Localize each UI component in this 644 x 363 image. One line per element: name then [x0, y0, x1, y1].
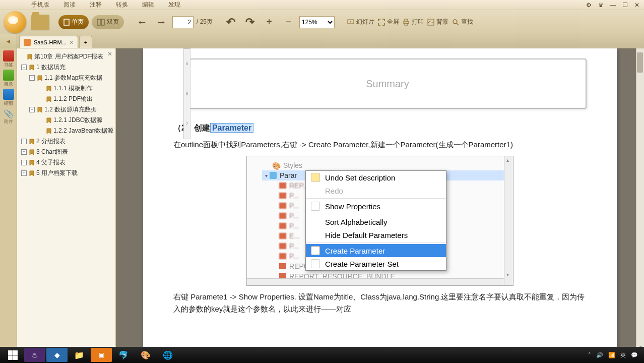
fullscreen-button[interactable]: 全屏: [377, 18, 399, 26]
outline-node[interactable]: −1.1 参数Map填充数据: [18, 73, 114, 83]
ctx-undo[interactable]: Undo Set description: [306, 171, 446, 184]
undo-icon: [311, 173, 320, 182]
sidebar-outline-button[interactable]: 目录: [1, 70, 16, 88]
styles-icon: 🎨: [272, 162, 280, 169]
sidebar-attachments-button[interactable]: 📎附件: [1, 108, 16, 126]
menu-edit[interactable]: 编辑: [142, 1, 154, 9]
maximize-icon[interactable]: ☐: [621, 1, 629, 9]
create-parameter-icon: [311, 246, 320, 255]
outline-node[interactable]: 1.2.1 JDBC数据源: [18, 115, 114, 126]
ctx-show-properties[interactable]: Show Properties: [306, 200, 446, 213]
tray-volume-icon[interactable]: 🔊: [596, 352, 603, 358]
param-icon: [279, 183, 286, 189]
next-page-button[interactable]: →: [153, 14, 169, 30]
document-viewport[interactable]: 567 Summary （2）创建Parameter 在outline面板中找到…: [116, 48, 644, 351]
ctx-create-parameter[interactable]: Create Parameter: [306, 244, 446, 257]
windows-taskbar: ♨ ◆ 📁 ▣ 🐬 🎨 🌐 ˄ 🔊 📶 英 💬: [0, 347, 644, 363]
ctx-hide-default[interactable]: Hide Default Parameters: [306, 228, 446, 241]
pdf-file-icon: [24, 39, 31, 46]
outline-node[interactable]: 1.2.2 JavaBean数据源: [18, 126, 114, 136]
outline-node[interactable]: +3 Chart图表: [18, 147, 114, 157]
close-tab-icon[interactable]: ×: [70, 38, 74, 46]
taskbar-app[interactable]: ◆: [46, 348, 68, 362]
param-icon: [279, 203, 286, 209]
parameter-folder-icon: [270, 172, 277, 179]
ctx-redo: Redo: [306, 184, 446, 197]
tray-notifications-icon[interactable]: 💬: [631, 352, 638, 358]
tab-title: SaaS-HRM...: [34, 39, 67, 45]
svg-point-8: [453, 20, 457, 24]
start-button[interactable]: [2, 348, 23, 362]
tray-expand-icon[interactable]: ˄: [588, 352, 591, 358]
minimize-icon[interactable]: —: [609, 1, 617, 9]
screenshot-scrollbar-v: ▴▾: [504, 156, 513, 285]
scrollbar-thumb[interactable]: [637, 52, 643, 73]
param-icon: [279, 243, 286, 249]
menu-read[interactable]: 阅读: [63, 1, 76, 9]
slideshow-button[interactable]: 幻灯片: [347, 18, 374, 26]
zoom-in-button[interactable]: +: [261, 14, 277, 30]
crown-icon[interactable]: ♛: [597, 1, 605, 9]
outline-node[interactable]: −1 数据填充: [18, 62, 114, 73]
outline-node[interactable]: 1.1.2 PDF输出: [18, 94, 114, 104]
dual-page-label: 双页: [107, 18, 119, 26]
menu-annotate[interactable]: 注释: [90, 1, 102, 9]
tray-network-icon[interactable]: 📶: [608, 352, 615, 358]
outline-node-root[interactable]: 第10章 用户档案PDF报表: [18, 51, 114, 62]
close-icon[interactable]: ✕: [633, 1, 641, 9]
tray-ime[interactable]: 英: [620, 351, 626, 359]
search-button[interactable]: 查找: [452, 18, 473, 26]
outline-node[interactable]: +2 分组报表: [18, 136, 114, 147]
param-icon: [279, 213, 286, 219]
outline-node[interactable]: −1.2 数据源填充数据: [18, 104, 114, 115]
zoom-select[interactable]: 125%: [299, 16, 335, 28]
new-tab-button[interactable]: +: [79, 36, 92, 48]
taskbar-app[interactable]: ♨: [24, 348, 45, 362]
sidebar-thumbnails-button[interactable]: 缩图: [1, 89, 16, 107]
content-scrollbar[interactable]: ▴ ▾: [636, 48, 644, 351]
properties-icon: [311, 202, 320, 211]
document-tab[interactable]: SaaS-HRM... ×: [19, 36, 78, 48]
outline-node[interactable]: 1.1.1 模板制作: [18, 83, 114, 94]
param-icon: [279, 263, 286, 269]
svg-rect-1: [97, 19, 100, 25]
taskbar-explorer[interactable]: 📁: [69, 348, 90, 362]
outline-node[interactable]: +4 父子报表: [18, 157, 114, 168]
open-file-button[interactable]: [31, 14, 49, 30]
menu-discover[interactable]: 发现: [168, 1, 180, 9]
taskbar-chrome[interactable]: 🌐: [157, 348, 178, 362]
single-page-label: 单页: [72, 18, 84, 26]
collapse-sidebar-button[interactable]: ◄: [0, 34, 17, 48]
paragraph: 在outline面板中找到Parameters,右键 -> Create Par…: [173, 139, 587, 151]
create-parameter-set-icon: [311, 259, 320, 268]
dual-page-button[interactable]: 双页: [92, 15, 124, 29]
param-icon: [279, 233, 286, 239]
undo-button[interactable]: ↶: [223, 14, 239, 30]
close-outline-icon[interactable]: ✕: [107, 50, 112, 57]
redo-button[interactable]: ↷: [242, 14, 258, 30]
outline-panel: ✕ 第10章 用户档案PDF报表 −1 数据填充 −1.1 参数Map填充数据 …: [17, 48, 116, 351]
print-button[interactable]: 打印: [402, 18, 424, 26]
ctx-create-parameter-set[interactable]: Create Parameter Set: [306, 257, 446, 270]
background-button[interactable]: 背景: [427, 18, 448, 26]
ctx-sort[interactable]: Sort Alphabetically: [306, 215, 446, 228]
zoom-out-button[interactable]: −: [280, 14, 296, 30]
page: 567 Summary （2）创建Parameter 在outline面板中找到…: [143, 48, 617, 351]
section-heading: （2）创建Parameter: [173, 123, 587, 134]
menu-mobile[interactable]: 手机版: [31, 1, 49, 9]
taskbar-app[interactable]: 🐬: [113, 348, 134, 362]
sidebar-bookmarks-button[interactable]: 书签: [1, 50, 16, 69]
page-number-input[interactable]: [172, 16, 194, 28]
outline-node[interactable]: +5 用户档案下载: [18, 168, 114, 178]
taskbar-app[interactable]: 🎨: [135, 348, 156, 362]
single-page-button[interactable]: 单页: [58, 15, 89, 29]
page-total-label: / 25页: [197, 18, 213, 26]
svg-rect-5: [405, 19, 408, 21]
param-icon: [279, 223, 286, 229]
taskbar-app[interactable]: ▣: [91, 348, 112, 362]
prev-page-button[interactable]: ←: [134, 14, 150, 30]
menu-convert[interactable]: 转换: [116, 1, 128, 9]
settings-icon[interactable]: ⚙: [585, 1, 593, 9]
ruler: 567: [183, 48, 190, 139]
app-logo: [4, 11, 26, 33]
